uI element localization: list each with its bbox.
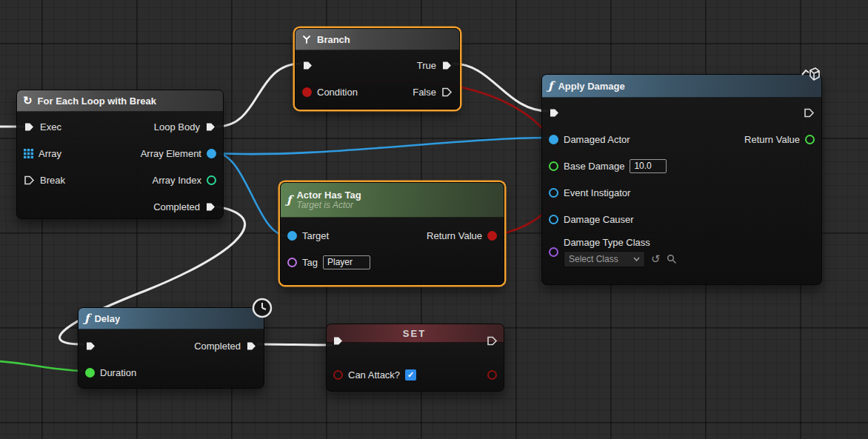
wire-array-element-to-damaged-actor	[217, 138, 550, 154]
pin-label: Array Element	[141, 148, 201, 159]
pin-condition[interactable]: Condition	[302, 87, 358, 98]
node-header[interactable]: ƒ Apply Damage	[542, 75, 821, 98]
exec-pin-icon	[85, 341, 96, 352]
wire-delay-to-set	[258, 344, 332, 345]
base-damage-input[interactable]	[630, 159, 667, 173]
pin-completed[interactable]: Completed	[194, 341, 257, 352]
pin-array-index[interactable]: Array Index	[153, 175, 216, 186]
wire-array-element-to-target	[217, 153, 286, 235]
pin-exec-in[interactable]	[302, 60, 313, 71]
int-pin-icon	[207, 175, 216, 185]
pin-exec-in[interactable]	[549, 107, 560, 118]
pin-true[interactable]: True	[417, 60, 453, 71]
pin-label: Event Instigator	[564, 187, 630, 198]
cube-icon	[798, 64, 820, 86]
pin-label: Loop Body	[154, 121, 200, 133]
node-title: SET	[403, 328, 426, 339]
float-pin-icon	[549, 161, 558, 171]
node-title: Apply Damage	[558, 81, 624, 92]
pin-tag[interactable]: Tag	[287, 255, 370, 269]
pin-false[interactable]: False	[413, 87, 453, 98]
node-set-can-attack[interactable]: SET Can Attack? ✓	[326, 324, 504, 392]
clock-icon	[251, 297, 273, 321]
pin-label: Tag	[302, 257, 318, 268]
node-header[interactable]: ↻ For Each Loop with Break	[17, 90, 223, 112]
pin-array-element[interactable]: Array Element	[141, 148, 216, 159]
exec-pin-icon	[205, 201, 216, 212]
node-delay[interactable]: ƒ Delay Completed Duration	[78, 307, 264, 389]
node-title: For Each Loop with Break	[38, 95, 156, 107]
pin-base-damage[interactable]: Base Damage	[549, 159, 667, 173]
pin-array[interactable]: Array	[24, 148, 61, 159]
pin-return-value[interactable]: Return Value	[744, 134, 815, 145]
bool-pin-icon	[302, 87, 312, 97]
pin-label: Array	[39, 148, 61, 159]
pin-event-instigator[interactable]: Event Instigator	[549, 187, 630, 198]
pin-label: Damage Type Class	[564, 237, 677, 248]
pin-label: Completed	[194, 341, 241, 352]
node-header[interactable]: ƒ Actor Has Tag Target is Actor	[281, 183, 504, 218]
branch-icon	[301, 34, 312, 44]
array-grid-icon	[24, 149, 33, 158]
select-class-dropdown[interactable]: Select Class	[564, 251, 645, 267]
reset-icon[interactable]: ↺	[651, 253, 661, 264]
wire-true-to-apply-damage	[453, 64, 548, 111]
function-icon: ƒ	[287, 193, 291, 207]
object-pin-icon	[207, 149, 216, 158]
node-header[interactable]: ƒ Delay	[79, 308, 264, 329]
bool-pin-icon	[487, 231, 497, 241]
object-pin-icon	[549, 188, 558, 198]
pin-label: Damaged Actor	[564, 134, 630, 145]
select-class-label: Select Class	[569, 254, 618, 264]
pin-exec-in[interactable]: Exec	[24, 121, 61, 133]
pin-break[interactable]: Break	[24, 175, 65, 186]
node-actor-has-tag[interactable]: ƒ Actor Has Tag Target is Actor Target R…	[280, 182, 504, 285]
tag-input[interactable]	[323, 255, 370, 269]
blueprint-graph-canvas[interactable]: ↻ For Each Loop with Break Exec Loop Bod…	[0, 0, 868, 439]
exec-pin-icon	[804, 107, 815, 118]
exec-pin-icon	[205, 121, 216, 133]
node-for-each-loop[interactable]: ↻ For Each Loop with Break Exec Loop Bod…	[16, 90, 224, 219]
loop-icon: ↻	[23, 94, 33, 107]
exec-pin-icon	[24, 121, 35, 133]
node-apply-damage[interactable]: ƒ Apply Damage Damaged Actor Return Valu…	[541, 74, 822, 285]
pin-exec-out[interactable]	[487, 335, 498, 346]
node-branch[interactable]: Branch True Condition False	[295, 28, 460, 110]
node-title: Delay	[94, 313, 120, 324]
pin-damaged-actor[interactable]: Damaged Actor	[549, 134, 630, 145]
pin-label: Completed	[153, 201, 200, 212]
search-icon[interactable]	[667, 254, 677, 264]
node-header[interactable]: SET	[327, 324, 504, 343]
pin-target[interactable]: Target	[287, 230, 329, 241]
pin-completed[interactable]: Completed	[153, 201, 216, 212]
exec-pin-icon	[246, 341, 257, 352]
pin-damage-causer[interactable]: Damage Causer	[549, 214, 634, 225]
exec-pin-icon	[333, 335, 344, 346]
node-header[interactable]: Branch	[296, 29, 459, 50]
pin-damage-type-class[interactable]: Damage Type Class Select Class ↺	[549, 237, 677, 267]
pin-duration[interactable]: Duration	[85, 367, 136, 378]
pin-label: Condition	[317, 87, 358, 98]
node-title: Actor Has Tag	[296, 190, 361, 201]
pin-label: Target	[302, 230, 329, 241]
pin-label: Exec	[40, 121, 61, 133]
float-pin-icon	[805, 135, 815, 144]
wire-into-duration	[0, 361, 83, 371]
pin-can-attack-out[interactable]	[487, 370, 497, 380]
exec-pin-icon	[441, 60, 453, 71]
pin-exec-out[interactable]	[804, 107, 815, 118]
function-icon: ƒ	[84, 312, 89, 325]
pin-exec-in[interactable]	[85, 341, 96, 352]
exec-pin-icon	[487, 335, 498, 346]
function-icon: ƒ	[548, 79, 552, 93]
pin-loop-body[interactable]: Loop Body	[154, 121, 216, 133]
pin-exec-in[interactable]	[333, 335, 344, 346]
pin-return-value[interactable]: Return Value	[427, 230, 497, 241]
can-attack-checkbox[interactable]: ✓	[405, 369, 416, 381]
exec-pin-icon	[24, 175, 35, 186]
class-pin-icon	[549, 247, 558, 257]
pin-can-attack-in[interactable]: Can Attack? ✓	[333, 369, 416, 381]
pin-label: True	[417, 60, 436, 71]
pin-label: Array Index	[153, 175, 201, 186]
float-pin-icon	[85, 368, 95, 378]
